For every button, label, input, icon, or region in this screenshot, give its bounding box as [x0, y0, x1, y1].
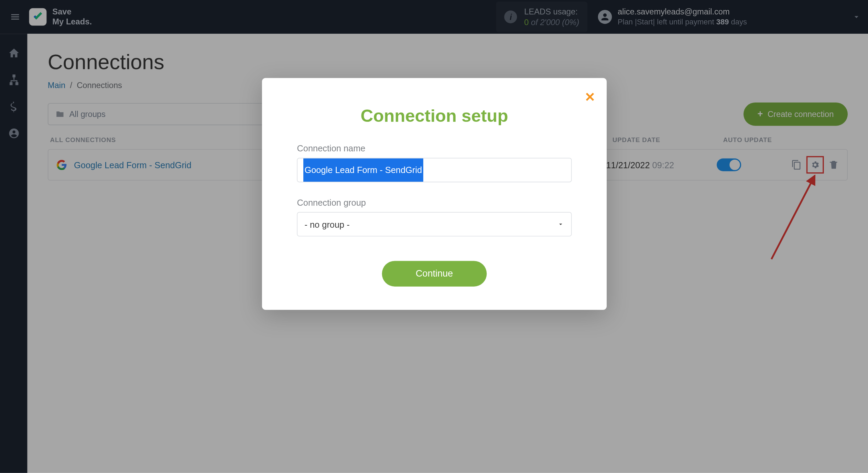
connection-group-label: Connection group	[297, 197, 572, 207]
connection-name-label: Connection name	[297, 143, 572, 153]
connection-name-input[interactable]: Google Lead Form - SendGrid	[297, 158, 572, 182]
close-icon: ✕	[585, 90, 595, 104]
connection-group-value: - no group -	[304, 219, 349, 229]
modal-close-button[interactable]: ✕	[585, 90, 595, 105]
connection-name-value: Google Lead Form - SendGrid	[303, 158, 423, 182]
connection-setup-modal: ✕ Connection setup Connection name Googl…	[262, 78, 607, 310]
connection-group-select[interactable]: - no group -	[297, 212, 572, 236]
continue-button[interactable]: Continue	[382, 261, 487, 286]
modal-title: Connection setup	[297, 106, 572, 126]
chevron-down-icon	[557, 221, 564, 228]
